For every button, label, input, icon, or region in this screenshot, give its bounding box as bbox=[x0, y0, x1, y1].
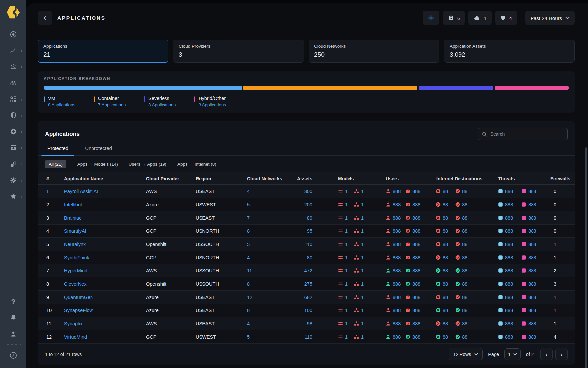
app-threats-count[interactable]: 888 bbox=[521, 255, 536, 260]
breakdown-segment[interactable] bbox=[419, 86, 493, 90]
cloud-networks-link[interactable]: 7 bbox=[247, 215, 293, 221]
application-link[interactable]: Brainiac bbox=[64, 215, 81, 221]
model-cluster-count[interactable]: 1 bbox=[354, 202, 364, 207]
stat-card-cloud-providers[interactable]: Cloud Providers 3 bbox=[173, 40, 304, 63]
agent-users-count[interactable]: 888 bbox=[405, 268, 420, 273]
human-users-count[interactable]: 888 bbox=[386, 334, 401, 340]
sidebar-item-alerts[interactable]: › bbox=[0, 59, 26, 75]
model-cluster-count[interactable]: 1 bbox=[354, 308, 364, 313]
legend-applications-link[interactable]: 8 Applications bbox=[48, 102, 75, 107]
agent-users-count[interactable]: 888 bbox=[405, 215, 420, 221]
human-users-count[interactable]: 888 bbox=[386, 189, 401, 194]
model-cluster-count[interactable]: 1 bbox=[354, 334, 364, 340]
model-cluster-count[interactable]: 1 bbox=[354, 268, 364, 273]
network-threats-count[interactable]: 888 bbox=[498, 268, 513, 273]
app-threats-count[interactable]: 888 bbox=[521, 268, 536, 273]
blocked-destinations-count[interactable]: 88 bbox=[436, 334, 448, 340]
network-threats-count[interactable]: 888 bbox=[498, 242, 513, 247]
filter-apps-internet[interactable]: Apps → Internet (8) bbox=[177, 162, 216, 167]
allowed-destinations-count[interactable]: 88 bbox=[455, 255, 467, 260]
model-flows-count[interactable]: 1 bbox=[338, 242, 348, 247]
cloud-networks-link[interactable]: 5 bbox=[247, 334, 293, 340]
cloud-networks-link[interactable]: 12 bbox=[247, 295, 293, 300]
cloud-networks-link[interactable]: 4 bbox=[247, 189, 293, 194]
agent-users-count[interactable]: 888 bbox=[405, 321, 420, 326]
notifications-button[interactable] bbox=[0, 309, 26, 326]
application-link[interactable]: SynthiThink bbox=[64, 255, 89, 260]
allowed-destinations-count[interactable]: 88 bbox=[455, 281, 467, 287]
network-threats-count[interactable]: 888 bbox=[498, 228, 513, 234]
cloud-networks-link[interactable]: 8 bbox=[247, 308, 293, 313]
breakdown-segment[interactable] bbox=[44, 86, 242, 90]
allowed-destinations-count[interactable]: 88 bbox=[455, 215, 467, 221]
app-threats-count[interactable]: 888 bbox=[521, 321, 536, 326]
application-link[interactable]: QuantumGen bbox=[64, 295, 93, 300]
sidebar-item-radar[interactable] bbox=[0, 26, 26, 42]
blocked-destinations-count[interactable]: 88 bbox=[436, 228, 448, 234]
blocked-destinations-count[interactable]: 88 bbox=[436, 255, 448, 260]
column-header-index[interactable]: # bbox=[38, 176, 64, 181]
app-threats-count[interactable]: 888 bbox=[521, 215, 536, 221]
network-threats-count[interactable]: 888 bbox=[498, 215, 513, 221]
blocked-destinations-count[interactable]: 88 bbox=[436, 268, 448, 273]
model-flows-count[interactable]: 1 bbox=[338, 228, 348, 234]
model-flows-count[interactable]: 1 bbox=[338, 215, 348, 221]
model-flows-count[interactable]: 1 bbox=[338, 189, 348, 194]
blocked-destinations-count[interactable]: 88 bbox=[436, 321, 448, 326]
legend-applications-link[interactable]: 3 Applications bbox=[148, 102, 176, 107]
user-button[interactable] bbox=[0, 326, 26, 342]
search-input[interactable] bbox=[490, 131, 564, 137]
legend-applications-link[interactable]: 3 Applications bbox=[199, 102, 226, 107]
page-selector[interactable]: 1 bbox=[504, 348, 521, 360]
agent-users-count[interactable]: 888 bbox=[405, 189, 420, 194]
allowed-destinations-count[interactable]: 88 bbox=[455, 242, 467, 247]
assets-link[interactable]: 89 bbox=[293, 215, 330, 221]
agent-users-count[interactable]: 888 bbox=[405, 202, 420, 207]
allowed-destinations-count[interactable]: 88 bbox=[455, 228, 467, 234]
app-threats-count[interactable]: 888 bbox=[521, 281, 536, 287]
agent-users-count[interactable]: 888 bbox=[405, 228, 420, 234]
tab-unprotected[interactable]: Unprotected bbox=[83, 145, 114, 155]
assets-link[interactable]: 98 bbox=[293, 321, 330, 326]
model-flows-count[interactable]: 1 bbox=[338, 308, 348, 313]
assets-link[interactable]: 100 bbox=[293, 308, 330, 313]
network-threats-count[interactable]: 888 bbox=[498, 295, 513, 300]
human-users-count[interactable]: 888 bbox=[386, 255, 401, 260]
filter-users-apps[interactable]: Users → Apps (19) bbox=[129, 162, 166, 167]
human-users-count[interactable]: 888 bbox=[386, 281, 401, 287]
back-button[interactable] bbox=[38, 11, 52, 25]
network-threats-count[interactable]: 888 bbox=[498, 202, 513, 207]
human-users-count[interactable]: 888 bbox=[386, 242, 401, 247]
assets-link[interactable]: 682 bbox=[293, 295, 330, 300]
cloud-networks-link[interactable]: 5 bbox=[247, 242, 293, 247]
network-threats-count[interactable]: 888 bbox=[498, 321, 513, 326]
network-threats-count[interactable]: 888 bbox=[498, 255, 513, 260]
expand-sidebar-button[interactable] bbox=[0, 347, 26, 363]
application-link[interactable]: SynapseFlow bbox=[64, 308, 93, 313]
allowed-destinations-count[interactable]: 88 bbox=[455, 295, 467, 300]
allowed-destinations-count[interactable]: 88 bbox=[455, 189, 467, 194]
human-users-count[interactable]: 888 bbox=[386, 215, 401, 221]
application-link[interactable]: Intellibot bbox=[64, 202, 82, 207]
sidebar-item-security[interactable]: › bbox=[0, 107, 26, 123]
column-header-application-name[interactable]: Application Name bbox=[64, 172, 139, 184]
sidebar-item-policies[interactable]: › bbox=[0, 123, 26, 140]
add-button[interactable] bbox=[423, 11, 439, 25]
model-flows-count[interactable]: 1 bbox=[338, 321, 348, 326]
blocked-destinations-count[interactable]: 88 bbox=[436, 189, 448, 194]
assets-link[interactable]: 110 bbox=[293, 242, 330, 247]
network-threats-count[interactable]: 888 bbox=[498, 281, 513, 287]
stat-card-cloud-networks[interactable]: Cloud Networks 250 bbox=[309, 40, 439, 63]
human-users-count[interactable]: 888 bbox=[386, 295, 401, 300]
app-threats-count[interactable]: 888 bbox=[521, 308, 536, 313]
next-page-button[interactable]: › bbox=[555, 348, 568, 360]
allowed-destinations-count[interactable]: 88 bbox=[455, 308, 467, 313]
agent-users-count[interactable]: 888 bbox=[405, 242, 420, 247]
filter-all[interactable]: All (21) bbox=[45, 160, 66, 168]
help-button[interactable]: ? bbox=[0, 293, 26, 309]
cloud-networks-link[interactable]: 4 bbox=[247, 255, 293, 260]
application-link[interactable]: Synaptix bbox=[64, 321, 83, 326]
tab-protected[interactable]: Protected bbox=[45, 145, 71, 155]
assets-link[interactable]: 110 bbox=[293, 334, 330, 340]
column-header-region[interactable]: Region bbox=[195, 176, 247, 181]
